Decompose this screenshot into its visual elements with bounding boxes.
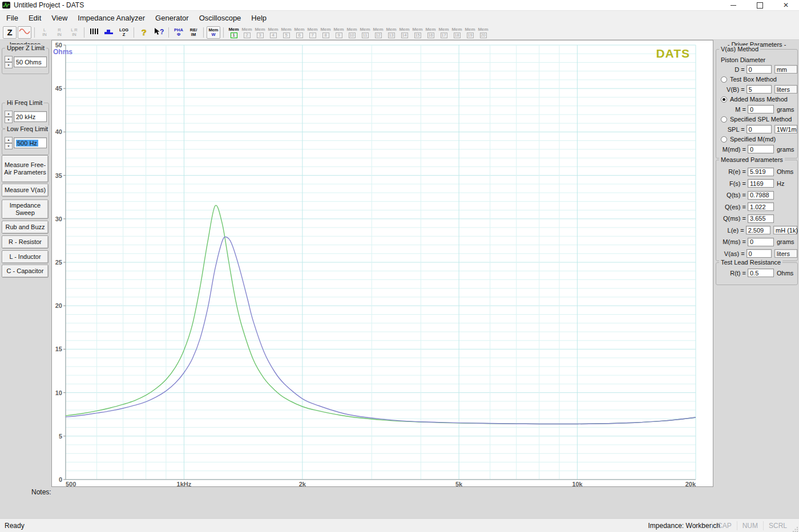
- menu-oscilloscope[interactable]: Oscilloscope: [194, 12, 247, 24]
- v-as-field[interactable]: 0: [746, 249, 772, 258]
- mem-slot-17-button[interactable]: Mem17: [437, 26, 450, 39]
- low-freq-limit-group: Low Freq Limit ▲▼ 500 Hz: [2, 129, 49, 155]
- l-inductor-button[interactable]: L - Inductor: [2, 250, 49, 263]
- q-ms-field[interactable]: 3.655: [748, 214, 774, 223]
- added-mass-method-radio-row: Added Mass Method: [716, 95, 797, 105]
- svg-text:15: 15: [55, 346, 62, 352]
- mem-slot-15-button[interactable]: Mem15: [411, 26, 424, 39]
- upper-z-limit-field[interactable]: 50 Ohms: [14, 56, 47, 67]
- impedance-sweep-button[interactable]: Impedance Sweep: [2, 200, 49, 219]
- m-ms-field[interactable]: 0: [748, 238, 774, 246]
- mem-slot-3-button[interactable]: Mem3: [253, 26, 267, 39]
- real-imaginary-button[interactable]: RE/IM: [187, 26, 200, 39]
- status-bar: Ready Impedance: Workbench CAPNUMSCRL: [0, 518, 799, 532]
- r-t-unit: Ohms: [777, 270, 793, 277]
- q-es-label: Q(es) =: [716, 204, 748, 210]
- f-s-label: F(s) =: [716, 180, 748, 187]
- r-t-field[interactable]: 0.5: [748, 269, 774, 277]
- menu-help[interactable]: Help: [246, 12, 272, 24]
- title-bar: Untitled Project - DATS ✕: [0, 0, 799, 11]
- mem-slot-8-button[interactable]: Mem8: [319, 26, 332, 39]
- left-right-input-button[interactable]: L RIN: [67, 26, 81, 39]
- close-button[interactable]: ✕: [773, 0, 799, 10]
- phase-button[interactable]: PHAΦ: [172, 26, 185, 39]
- svg-text:30: 30: [55, 216, 62, 222]
- f-s-field[interactable]: 1169: [748, 179, 774, 188]
- left-input-button[interactable]: LIN: [38, 26, 51, 39]
- mem-slot-10-button[interactable]: Mem10: [345, 26, 358, 39]
- impedance-z-button[interactable]: Z: [3, 26, 17, 39]
- spl-row: SPL =01W/1m: [716, 124, 797, 135]
- mem-slot-12-button[interactable]: Mem12: [372, 26, 385, 39]
- mem-slot-19-button[interactable]: Mem19: [463, 26, 477, 39]
- svg-text:1kHz: 1kHz: [177, 481, 192, 486]
- workspace: - Impedance - Upper Z Limit ▲▼ 50 Ohms H…: [0, 40, 799, 518]
- v-b-unit: liters: [774, 85, 797, 94]
- mem-slot-16-button[interactable]: Mem16: [424, 26, 437, 39]
- c-capacitor-button[interactable]: C - Capacitor: [2, 265, 49, 278]
- maximize-button[interactable]: [746, 0, 773, 10]
- l-e-field[interactable]: 2.509: [746, 226, 770, 234]
- hi-freq-limit-field[interactable]: 20 kHz: [14, 111, 47, 122]
- sine-generator-button[interactable]: [18, 26, 31, 39]
- m-label: M =: [716, 106, 748, 113]
- m-md-field[interactable]: 0: [748, 145, 774, 153]
- mem-slot-18-button[interactable]: Mem18: [450, 26, 463, 39]
- test-box-method-radio-label: Test Box Method: [730, 76, 777, 83]
- mem-slot-2-button[interactable]: Mem2: [240, 26, 253, 39]
- test-box-method-radio[interactable]: [721, 76, 727, 83]
- r-e-field[interactable]: 5.919: [748, 168, 774, 176]
- added-mass-method-radio[interactable]: [721, 96, 727, 103]
- m-md-label: M(md) =: [716, 146, 748, 153]
- low-freq-limit-stepper[interactable]: ▲▼: [5, 137, 13, 149]
- menu-view[interactable]: View: [46, 12, 72, 24]
- r-resistor-button[interactable]: R - Resistor: [2, 235, 49, 249]
- specified-m-md-radio[interactable]: [721, 136, 727, 143]
- v-b-field[interactable]: 5: [746, 85, 772, 94]
- q-es-field[interactable]: 1.022: [748, 202, 774, 211]
- mem-slot-5-button[interactable]: Mem5: [280, 26, 293, 39]
- mem-slot-14-button[interactable]: Mem14: [398, 26, 411, 39]
- svg-text:25: 25: [55, 259, 62, 266]
- m-field[interactable]: 0: [748, 105, 774, 113]
- hi-freq-limit-stepper[interactable]: ▲▼: [5, 111, 13, 123]
- q-ts-field[interactable]: 0.7988: [748, 191, 774, 200]
- mem-slot-9-button[interactable]: Mem9: [332, 26, 345, 39]
- measure-free-air-parameters-button[interactable]: Measure Free-Air Parameters: [2, 155, 49, 182]
- frequency-bars-button[interactable]: [87, 26, 101, 39]
- histogram-button[interactable]: [102, 26, 116, 39]
- mem-slot-4-button[interactable]: Mem4: [267, 26, 280, 39]
- help-button[interactable]: ?: [137, 26, 151, 39]
- r-t-row: R(t) =0.5Ohms: [716, 268, 797, 278]
- status-key-num: NUM: [737, 521, 763, 530]
- mem-slot-20-button[interactable]: Mem20: [477, 26, 490, 39]
- low-freq-limit-field[interactable]: 500 Hz: [14, 137, 47, 148]
- menu-edit[interactable]: Edit: [23, 12, 46, 24]
- mem-slot-7-button[interactable]: Mem7: [306, 26, 319, 39]
- menu-generator[interactable]: Generator: [150, 12, 194, 24]
- q-ts-row: Q(ts) =0.7988: [716, 189, 797, 201]
- resize-grip-icon[interactable]: [793, 526, 798, 532]
- log-z-button[interactable]: LOGZ: [117, 26, 131, 39]
- menu-file[interactable]: File: [1, 12, 23, 24]
- menu-impedance-analyzer[interactable]: Impedance Analyzer: [72, 12, 150, 24]
- mem-slot-1-button[interactable]: Mem1: [227, 26, 240, 39]
- l-e-row: L(e) =2.509mH (1k): [716, 225, 797, 237]
- memory-write-button[interactable]: MemW: [207, 26, 220, 39]
- d-field[interactable]: 0: [746, 65, 772, 74]
- svg-text:35: 35: [55, 172, 62, 179]
- upper-z-limit-stepper[interactable]: ▲▼: [5, 56, 13, 68]
- context-help-button[interactable]: ?: [152, 26, 166, 39]
- spl-field[interactable]: 0: [746, 125, 772, 133]
- mem-slot-13-button[interactable]: Mem13: [385, 26, 398, 39]
- impedance-chart[interactable]: 05101520253035404550Ohms5001kHz2k5k10k20…: [51, 40, 713, 487]
- right-input-button[interactable]: RIN: [53, 26, 66, 39]
- mem-slot-11-button[interactable]: Mem11: [358, 26, 372, 39]
- v-as-unit: liters: [774, 249, 797, 258]
- rub-and-buzz-button[interactable]: Rub and Buzz: [2, 221, 49, 234]
- minimize-button[interactable]: [720, 0, 746, 10]
- specified-spl-method-radio[interactable]: [721, 116, 727, 123]
- measure-v-as-button[interactable]: Measure V(as): [2, 184, 49, 197]
- mem-slot-6-button[interactable]: Mem6: [293, 26, 306, 39]
- measured-parameter-rows: R(e) =5.919OhmsF(s) =1169HzQ(ts) =0.7988…: [716, 160, 797, 259]
